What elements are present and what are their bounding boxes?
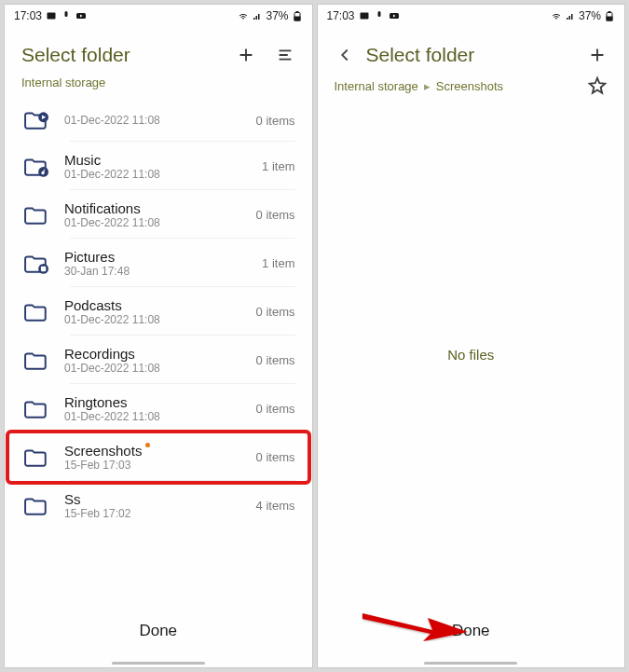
item-count: 0 items [256,114,295,128]
status-bar: 17:03 37% [5,5,312,27]
folder-info: Ss15-Feb 17:02 [64,491,243,520]
header: Select folder [5,27,312,75]
folder-info: Pictures30-Jan 17:48 [64,249,249,278]
folder-info: Music01-Dec-2022 11:08 [64,152,249,181]
svg-rect-16 [571,14,573,20]
folder-row[interactable]: Music01-Dec-2022 11:081 item [5,143,312,191]
svg-rect-3 [256,16,258,20]
folder-info: Ringtones01-Dec-2022 11:08 [64,394,243,423]
folder-row[interactable]: Ss15-Feb 17:024 items [5,482,312,530]
screen-folder-empty: 17:03 37% Select folder Internal storage… [317,4,626,668]
item-count: 0 items [256,208,295,222]
chevron-right-icon: ▸ [424,79,431,93]
back-icon[interactable] [335,45,355,65]
folder-name: Notifications [64,200,243,216]
signal-icon [565,10,576,21]
breadcrumb-current: Screenshots [436,79,503,93]
folder-icon [21,397,51,421]
folder-name: Music [64,152,249,168]
folder-row[interactable]: Screenshots15-Feb 17:030 items [5,433,312,482]
battery-icon [292,10,303,21]
folder-row[interactable]: Pictures30-Jan 17:481 item [5,240,312,288]
page-title: Select folder [366,44,577,66]
folder-row[interactable]: Podcasts01-Dec-2022 11:080 items [5,288,312,336]
svg-rect-2 [253,18,255,20]
folder-date: 15-Feb 17:02 [64,507,243,520]
empty-state: No files [318,105,625,604]
clock: 17:03 [14,9,42,22]
folder-name: Podcasts [64,297,243,313]
folder-info: Screenshots15-Feb 17:03 [64,443,243,472]
sort-icon[interactable] [275,45,295,65]
nav-bar[interactable] [318,658,625,667]
item-count: 1 item [262,159,294,173]
folder-name: Screenshots [64,443,243,459]
folder-row[interactable]: Ringtones01-Dec-2022 11:080 items [5,385,312,433]
folder-icon [21,108,51,132]
folder-name: Ss [64,491,243,507]
folder-date: 15-Feb 17:03 [64,459,243,472]
folder-icon [21,252,51,276]
mic-icon [61,10,72,21]
wifi-icon [238,10,249,21]
svg-rect-18 [607,17,612,21]
add-folder-icon[interactable] [236,45,256,65]
clock: 17:03 [327,9,355,22]
new-indicator-icon [145,443,150,447]
folder-date: 01-Dec-2022 11:08 [64,313,243,326]
youtube-icon [389,10,400,21]
folder-row[interactable]: Notifications01-Dec-2022 11:080 items [5,191,312,240]
folder-icon [21,349,51,373]
folder-name: Recordings [64,346,243,362]
breadcrumb-root[interactable]: Internal storage [335,79,418,93]
wifi-icon [551,10,562,21]
item-count: 0 items [256,402,295,416]
item-count: 0 items [256,353,295,367]
folder-row[interactable]: Recordings01-Dec-2022 11:080 items [5,336,312,385]
item-count: 4 items [256,499,295,513]
image-icon [46,10,57,21]
image-icon [359,10,370,21]
battery-icon [604,10,615,21]
folder-info: Notifications01-Dec-2022 11:08 [64,200,243,229]
item-count: 1 item [262,256,294,270]
folder-date: 01-Dec-2022 11:08 [64,362,243,375]
svg-rect-0 [48,13,56,20]
svg-rect-12 [360,13,368,20]
page-title: Select folder [21,44,225,66]
folder-icon [21,203,51,227]
breadcrumb[interactable]: Internal storage [5,75,312,99]
signal-icon [252,10,263,21]
folder-list: 01-Dec-2022 11:080 itemsMusic01-Dec-2022… [5,99,312,604]
folder-info: 01-Dec-2022 11:08 [64,114,243,127]
svg-rect-6 [294,17,300,21]
star-icon[interactable] [587,75,608,96]
item-count: 0 items [256,305,295,319]
svg-rect-14 [567,18,568,20]
folder-date: 01-Dec-2022 11:08 [64,168,249,181]
folder-icon [21,446,51,470]
folder-icon [21,494,51,518]
folder-icon [21,155,51,179]
svg-rect-11 [41,266,46,270]
nav-bar[interactable] [5,658,312,667]
mic-icon [374,10,385,21]
header: Select folder [318,27,625,75]
folder-info: Podcasts01-Dec-2022 11:08 [64,297,243,326]
youtube-icon [75,10,87,21]
breadcrumb-root[interactable]: Internal storage [21,75,105,89]
breadcrumb[interactable]: Internal storage ▸ Screenshots [318,75,625,105]
add-folder-icon[interactable] [587,45,608,65]
status-bar: 17:03 37% [318,5,625,27]
folder-icon [21,300,51,324]
svg-rect-19 [608,12,610,13]
done-button[interactable]: Done [318,604,625,658]
screen-folder-list: 17:03 37% Select folder Internal storage… [4,4,313,668]
folder-row[interactable]: 01-Dec-2022 11:080 items [5,99,312,143]
svg-rect-4 [258,14,260,20]
folder-date: 30-Jan 17:48 [64,265,249,278]
folder-date: 01-Dec-2022 11:08 [64,216,243,229]
done-button[interactable]: Done [5,604,312,658]
folder-date: 01-Dec-2022 11:08 [64,114,243,127]
svg-rect-7 [296,12,298,13]
